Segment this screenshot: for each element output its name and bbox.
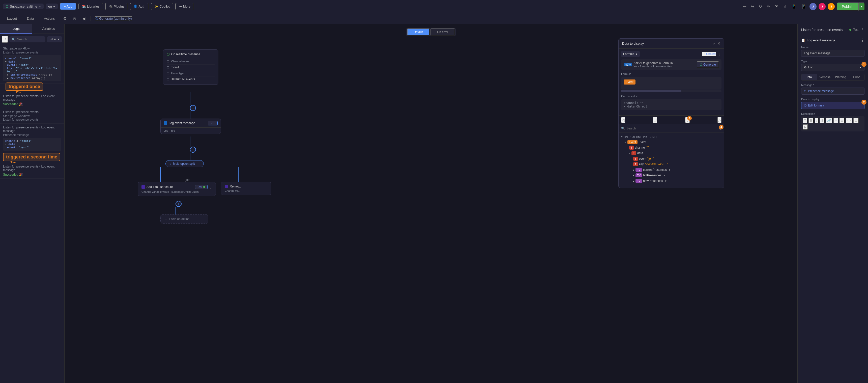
cp-expand-btn[interactable]: ▾ — [669, 168, 670, 172]
event-expand[interactable]: ▾ — [625, 141, 626, 144]
modal-toolbar-right[interactable]: ▷ — [717, 117, 721, 123]
rtb-italic[interactable]: I — [815, 118, 818, 123]
add-action-node[interactable]: + + Add an action — [160, 214, 208, 224]
log-entry-3[interactable]: Listen for presence events Start page wo… — [0, 108, 64, 124]
plus-3[interactable]: + — [176, 201, 182, 207]
modal-toolbar-db[interactable]: ⊞ — [653, 117, 657, 123]
undo-button[interactable]: ↩ — [742, 3, 748, 10]
log-entry-2[interactable]: Listen for presence events • Log event m… — [0, 92, 64, 108]
tab-default[interactable]: Default — [407, 29, 430, 36]
cp-expand[interactable]: ▸ — [633, 169, 634, 171]
libraries-button[interactable]: 📚Libraries — [79, 3, 103, 10]
split-node[interactable]: ⑂ Multi-option split ⋮ — [165, 160, 204, 167]
tree-item-event-val[interactable]: T event "join" — [621, 156, 721, 161]
refresh-logs-button[interactable]: ↺ — [2, 36, 8, 42]
variables-tab[interactable]: Variables — [32, 24, 65, 34]
type-select[interactable]: ⚙ Log ▼ — [801, 64, 865, 71]
log-option-info[interactable]: Info — [801, 74, 817, 80]
lp-expand[interactable]: ▸ — [633, 174, 634, 177]
generate-button[interactable]: ⬡ Generate (admin only) — [95, 16, 132, 21]
np-expand-btn[interactable]: ▾ — [665, 179, 666, 183]
refresh-button[interactable]: ↻ — [757, 3, 763, 10]
rtb-image[interactable]: ⊡ — [854, 118, 859, 123]
auth-button[interactable]: 👤Auth — [130, 3, 149, 10]
tree-item-event[interactable]: ▾ Event Event — [621, 139, 721, 145]
logs-tab[interactable]: Logs — [0, 24, 32, 34]
desktop-button[interactable]: 🖥 — [782, 3, 788, 10]
rtb-bold[interactable]: B — [808, 118, 814, 123]
rtb-link[interactable]: 🔗 — [826, 118, 832, 123]
publish-button[interactable]: Publish — [837, 2, 859, 10]
edit-formula-button[interactable]: ⬡ Edit formula — [801, 102, 865, 109]
collapse-icon[interactable]: ◀ — [81, 15, 87, 22]
avatar-3[interactable]: J — [828, 3, 835, 10]
tab-layout[interactable]: Layout — [4, 15, 20, 22]
change-var-test-button[interactable]: Test — [195, 185, 208, 189]
generate-button[interactable]: ⬡ Generate — [697, 61, 719, 68]
app-name-button[interactable]: ⬡ Supabase realtime ▼ — [3, 3, 43, 9]
split-more[interactable]: ⋮ — [196, 162, 199, 166]
tab-onerror[interactable]: On error — [431, 29, 455, 36]
log-entry-5[interactable]: Listen for presence events • Log event m… — [0, 163, 64, 179]
name-input[interactable]: Log event message — [801, 50, 865, 57]
modal-toolbar-left[interactable]: ◁ — [621, 117, 625, 123]
section-more-button[interactable]: ⋮ — [861, 38, 865, 42]
tree-item-left-presences[interactable]: ▸ TV leftPresences ▾ — [621, 173, 721, 178]
expand-arrow[interactable]: ▾ — [621, 135, 623, 139]
formula-more-button[interactable]: ⋮ — [718, 52, 721, 56]
log-option-error[interactable]: Error — [848, 74, 864, 80]
formula-content[interactable]: Event — [621, 77, 721, 90]
unbind-button[interactable]: ⬡ Unbind — [702, 52, 716, 56]
search-input[interactable] — [17, 38, 43, 41]
tree-item-channel[interactable]: T channel "" — [621, 145, 721, 150]
np-expand[interactable]: ▸ — [633, 180, 634, 182]
filter-button[interactable]: Filter ▼ — [47, 36, 62, 42]
tree-item-data[interactable]: ▾ T data — [621, 150, 721, 156]
redo-button[interactable]: ↪ — [750, 3, 755, 10]
rtb-text[interactable]: T — [803, 118, 807, 123]
log-option-warning[interactable]: Warning — [833, 74, 848, 80]
edit-button[interactable]: ✏ — [765, 3, 771, 10]
formula-badge[interactable]: Formula ▼ — [621, 51, 640, 57]
plus-2[interactable]: + — [190, 147, 196, 153]
copy-icon[interactable]: ⎘ — [72, 15, 77, 22]
rp-more-button[interactable]: ⋮ — [861, 27, 865, 32]
expand-icon[interactable]: ⤢ — [712, 41, 715, 46]
modal-search-input[interactable] — [626, 127, 719, 130]
message-input[interactable]: ⬡ Presence message — [801, 88, 865, 95]
tab-data[interactable]: Data — [24, 15, 37, 22]
plugins-button[interactable]: 🔌Plugins — [105, 3, 128, 10]
log-entry-4[interactable]: Listen for presence events • Log event m… — [0, 124, 64, 153]
rtb-grid[interactable]: ⊞ — [839, 118, 845, 123]
more-button[interactable]: ⋯More — [175, 3, 194, 10]
add-button[interactable]: + Add — [60, 3, 76, 10]
change-var-more-button[interactable]: ⋮ — [209, 185, 212, 189]
log-option-verbose[interactable]: Verbose — [817, 74, 833, 80]
eye-button[interactable]: 👁 — [773, 3, 780, 10]
rtb-media[interactable]: ▶ — [803, 124, 808, 130]
plus-1[interactable]: + — [190, 105, 196, 111]
log-entry-1[interactable]: Start page workflow Listen for presence … — [0, 45, 64, 84]
tablet-button[interactable]: 📱 — [790, 3, 798, 10]
data-expand[interactable]: ▾ — [629, 152, 630, 155]
change-var-node[interactable]: Add 1 to user count Test ⋮ Change variab… — [138, 182, 216, 196]
rtb-code[interactable]: <> — [846, 118, 852, 123]
phone-button[interactable]: 📱 — [800, 3, 807, 10]
lang-select[interactable]: en ▼ — [45, 3, 58, 9]
tree-item-key[interactable]: T key "9fe543c6-453..." — [621, 161, 721, 167]
log-node-test-button[interactable]: Te... — [208, 121, 218, 125]
tab-actions[interactable]: Actions — [41, 15, 58, 22]
settings-icon[interactable]: ⚙ — [62, 15, 68, 22]
log-event-node[interactable]: Log event message Te... Log · info — [160, 119, 221, 134]
rtb-list[interactable]: ≡ — [833, 118, 838, 123]
rtb-strike[interactable]: S — [819, 118, 825, 123]
close-icon[interactable]: ✕ — [717, 41, 720, 46]
presence-node[interactable]: ⬡ On realtime presence ⬡ Channel name ⬡ … — [163, 50, 218, 85]
avatar-2[interactable]: J — [818, 3, 826, 10]
lp-expand-btn[interactable]: ▾ — [663, 174, 665, 177]
publish-dropdown-button[interactable]: ▾ — [859, 2, 865, 10]
avatar-1[interactable]: J — [809, 3, 816, 10]
tree-item-new-presences[interactable]: ▸ TV newPresences ▾ — [621, 178, 721, 184]
remove-node[interactable]: Remov... Change va... — [221, 182, 271, 195]
tree-item-current-presences[interactable]: ▸ TV currentPresences ▾ — [621, 167, 721, 173]
